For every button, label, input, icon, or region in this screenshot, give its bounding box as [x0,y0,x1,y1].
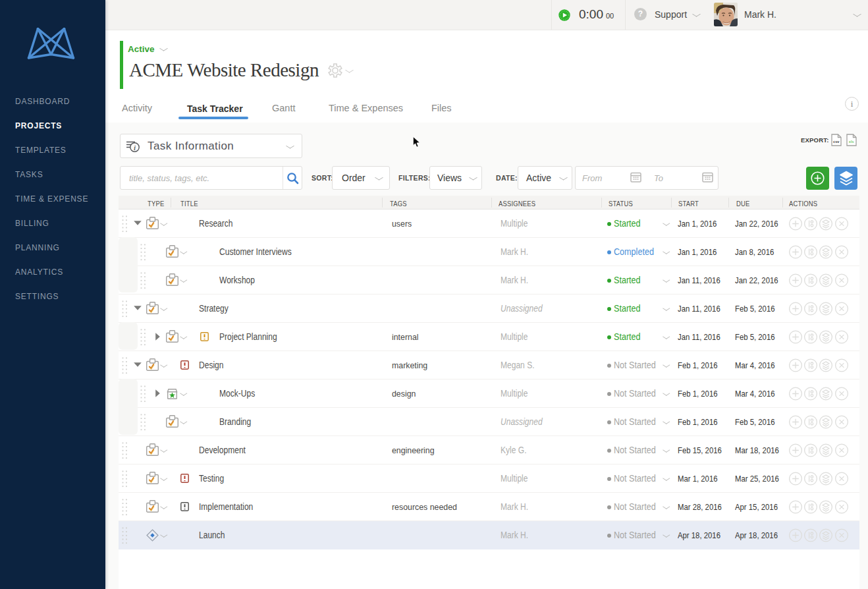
svg-text:i: i [134,145,136,152]
svg-text:xls: xls [849,140,854,144]
svg-text:csv: csv [833,140,840,144]
